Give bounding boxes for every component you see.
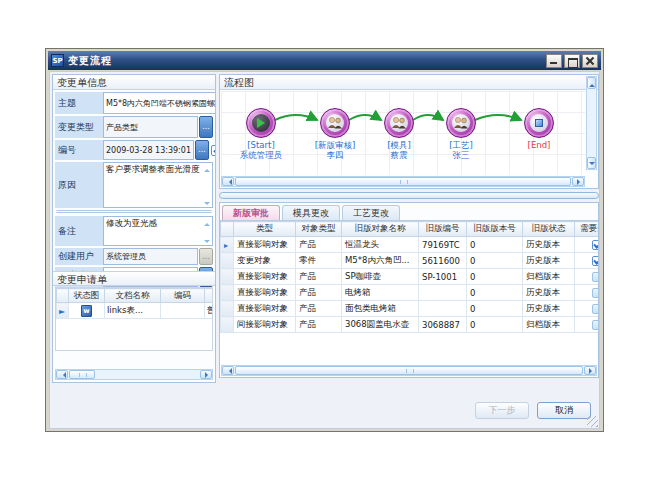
- upgrade-checkbox-unchecked[interactable]: [592, 304, 598, 314]
- mini-col-docname[interactable]: 文档名称: [105, 289, 161, 303]
- upgrade-checkbox-checked[interactable]: [592, 240, 598, 250]
- table-cell: 3068圆盖电水壶: [342, 317, 419, 333]
- scroll-down-icon[interactable]: [587, 157, 596, 169]
- node-label: [End]: [504, 140, 574, 150]
- column-header-6[interactable]: 旧版状态: [523, 222, 575, 237]
- scroll-up-icon[interactable]: [203, 218, 211, 226]
- request-row[interactable]: ► w links表... 普通: [57, 303, 214, 319]
- tab-1[interactable]: 新版审批: [222, 205, 280, 220]
- flow-node-task-1[interactable]: [新版审核]李四: [300, 108, 370, 160]
- table-cell: [575, 285, 599, 301]
- mini-col-status[interactable]: 状态图: [69, 289, 105, 303]
- table-row[interactable]: 直接影响对象产品电烤箱0历史版本: [221, 285, 599, 301]
- people-icon: [391, 116, 407, 130]
- table-cell: 间接影响对象: [234, 317, 296, 333]
- mini-table-hscrollbar[interactable]: [55, 369, 213, 380]
- indicator-column-header: [221, 222, 234, 237]
- tab-3[interactable]: 工艺更改: [342, 205, 400, 220]
- maximize-icon[interactable]: [564, 54, 580, 68]
- column-header-3[interactable]: 旧版对象名称: [342, 222, 419, 237]
- number-checkbox[interactable]: [211, 145, 216, 156]
- column-header-7[interactable]: 需要升版: [575, 222, 599, 237]
- node-label: [Start]系统管理员: [226, 140, 296, 160]
- column-header-2[interactable]: 对象类型: [296, 222, 342, 237]
- upgrade-checkbox-unchecked[interactable]: [592, 320, 598, 330]
- scroll-up-icon[interactable]: [587, 77, 596, 89]
- divider: [56, 210, 212, 213]
- scroll-right-icon[interactable]: [200, 370, 212, 379]
- people-icon: [453, 116, 469, 130]
- table-cell: 产品: [296, 269, 342, 285]
- next-button[interactable]: 下一步: [475, 402, 529, 419]
- scroll-thumb[interactable]: [69, 370, 95, 379]
- close-icon[interactable]: [582, 54, 598, 68]
- flow-diagram-panel: 流程图 [Start]系统管理员[新版审核]李四[模具]蔡震[工艺]张三[End…: [219, 74, 599, 189]
- scroll-up-icon[interactable]: [203, 164, 211, 172]
- create-user-picker-button[interactable]: ...: [199, 248, 213, 265]
- mini-col-extra[interactable]: [205, 289, 214, 303]
- upgrade-checkbox-unchecked[interactable]: [592, 272, 598, 282]
- table-row[interactable]: 直接影响对象产品SP咖啡壶SP-10010归档版本SP咖: [221, 269, 599, 285]
- flow-node-task-2[interactable]: [模具]蔡震: [364, 108, 434, 160]
- request-doc-name: links表...: [105, 303, 161, 319]
- remark-label: 备注: [55, 216, 103, 246]
- scroll-left-icon[interactable]: [222, 366, 234, 375]
- change-type-input[interactable]: 产品类型: [103, 116, 198, 138]
- table-row[interactable]: 直接影响对象产品面包类电烤箱0历史版本: [221, 301, 599, 317]
- change-process-window: SP 变更流程 变更单信息 主题 M5*8内六角凹端不锈钢紧固螺钉: [45, 48, 604, 432]
- create-user-input[interactable]: 系统管理员: [103, 248, 198, 265]
- table-cell: 5611600: [419, 253, 467, 269]
- dialog-body: 变更单信息 主题 M5*8内六角凹端不锈钢紧固螺钉 变更类型 产品类型 ...: [49, 71, 600, 429]
- scroll-left-icon[interactable]: [222, 177, 234, 186]
- flow-node-start[interactable]: [Start]系统管理员: [226, 108, 296, 160]
- scroll-thumb[interactable]: [235, 366, 583, 375]
- document-icon: w: [81, 305, 92, 317]
- titlebar[interactable]: SP 变更流程: [48, 51, 601, 70]
- table-row[interactable]: 间接影响对象产品3068圆盖电水壶30688870归档版本: [221, 317, 599, 333]
- subject-label: 主题: [55, 92, 103, 114]
- column-header-1[interactable]: 类型: [234, 222, 296, 237]
- flow-diagram-canvas[interactable]: [Start]系统管理员[新版审核]李四[模具]蔡震[工艺]张三[End]: [221, 91, 585, 175]
- people-icon: [327, 116, 343, 130]
- cancel-button[interactable]: 取消: [537, 402, 591, 419]
- scroll-thumb[interactable]: [235, 177, 571, 186]
- table-row[interactable]: 变更对象零件M5*8内六角凹...56116000历史版本M5*8: [221, 253, 599, 269]
- tab-2[interactable]: 模具更改: [282, 205, 340, 220]
- mini-col-code[interactable]: 编码: [161, 289, 205, 303]
- column-header-5[interactable]: 旧版版本号: [467, 222, 523, 237]
- scroll-down-icon[interactable]: [203, 236, 211, 244]
- horizontal-splitter[interactable]: [219, 192, 599, 199]
- column-header-4[interactable]: 旧版编号: [419, 222, 467, 237]
- table-cell: 产品: [296, 317, 342, 333]
- upgrade-checkbox-unchecked[interactable]: [592, 288, 598, 298]
- remark-textarea[interactable]: 修改为亚光感: [103, 216, 213, 246]
- minimize-icon[interactable]: [546, 54, 562, 68]
- flow-hscrollbar[interactable]: [221, 176, 585, 187]
- table-cell: 0: [467, 301, 523, 317]
- request-list-table: 状态图 文档名称 编码 ► w links表... 普通: [55, 287, 213, 351]
- subject-input[interactable]: M5*8内六角凹端不锈钢紧固螺钉: [103, 92, 216, 114]
- request-extra: 普通: [205, 303, 214, 319]
- scroll-left-icon[interactable]: [56, 370, 68, 379]
- change-type-picker-button[interactable]: ...: [199, 116, 213, 138]
- upgrade-checkbox-checked[interactable]: [592, 256, 598, 266]
- flow-node-end[interactable]: [End]: [504, 108, 574, 150]
- table-cell: [575, 269, 599, 285]
- scroll-down-icon[interactable]: [203, 198, 211, 206]
- row-indicator: [221, 285, 234, 301]
- scroll-right-icon[interactable]: [572, 177, 584, 186]
- table-row[interactable]: ▸直接影响对象产品恒温龙头79169TC0历史版本: [221, 237, 599, 253]
- table-cell: [575, 301, 599, 317]
- table-cell: 直接影响对象: [234, 301, 296, 317]
- selected-row-icon: ▸: [224, 241, 228, 250]
- scroll-right-icon[interactable]: [584, 366, 596, 375]
- reason-textarea[interactable]: 客户要求调整表面光滑度: [103, 162, 213, 208]
- flow-vscrollbar[interactable]: [586, 76, 597, 170]
- number-label: 编号: [55, 140, 103, 160]
- resize-grip-icon[interactable]: [587, 416, 598, 427]
- table-cell: 79169TC: [419, 237, 467, 253]
- flow-node-task-3[interactable]: [工艺]张三: [426, 108, 496, 160]
- number-picker-button[interactable]: ...: [195, 140, 209, 160]
- number-input[interactable]: 2009-03-28 13:39:01: [103, 140, 194, 160]
- impact-table-hscrollbar[interactable]: [221, 365, 597, 376]
